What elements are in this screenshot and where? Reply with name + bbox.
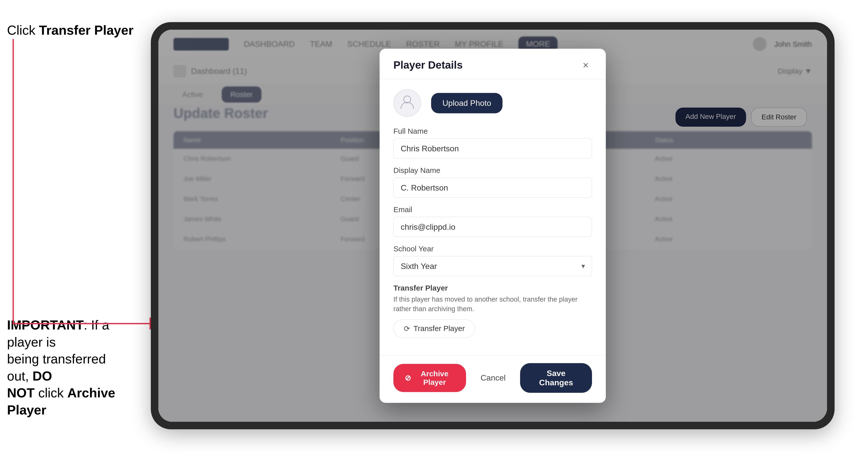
modal-body: Upload Photo Full Name Display Name Emai… — [379, 79, 606, 355]
player-details-modal: Player Details × Uplo — [379, 49, 606, 403]
instruction-top: Click Transfer Player — [7, 23, 133, 38]
instruction-top-prefix: Click — [7, 23, 39, 37]
tablet-screen: DASHBOARD TEAM SCHEDULE ROSTER MY PROFIL… — [158, 30, 827, 422]
transfer-player-label: Transfer Player — [394, 284, 592, 292]
modal-header: Player Details × — [379, 49, 606, 79]
avatar-person-icon — [400, 94, 415, 112]
full-name-input[interactable] — [394, 138, 592, 159]
email-label: Email — [394, 205, 592, 214]
tablet-device: DASHBOARD TEAM SCHEDULE ROSTER MY PROFIL… — [151, 22, 835, 429]
transfer-player-button[interactable]: ⟳ Transfer Player — [394, 319, 475, 338]
display-name-field: Display Name — [394, 166, 592, 198]
arrow-vertical-line — [12, 39, 14, 324]
school-year-field: School Year First Year Second Year Third… — [394, 245, 592, 276]
display-name-input[interactable] — [394, 178, 592, 198]
school-year-label: School Year — [394, 245, 592, 253]
archive-player-button[interactable]: ⊘ Archive Player — [394, 364, 466, 392]
school-year-select-wrapper: First Year Second Year Third Year Fourth… — [394, 256, 592, 276]
modal-footer: ⊘ Archive Player Cancel Save Changes — [379, 355, 606, 403]
full-name-label: Full Name — [394, 127, 592, 135]
upload-photo-button[interactable]: Upload Photo — [431, 93, 502, 113]
transfer-player-description: If this player has moved to another scho… — [394, 295, 592, 314]
cancel-button[interactable]: Cancel — [473, 368, 513, 388]
email-input[interactable] — [394, 217, 592, 237]
full-name-field: Full Name — [394, 127, 592, 159]
avatar-section: Upload Photo — [394, 89, 592, 117]
instruction-do-emphasis: DO — [32, 369, 52, 383]
transfer-player-section: Transfer Player If this player has moved… — [394, 284, 592, 338]
display-name-label: Display Name — [394, 166, 592, 175]
school-year-select[interactable]: First Year Second Year Third Year Fourth… — [394, 256, 592, 276]
annotation-arrow — [12, 39, 168, 356]
instruction-not-emphasis: NOT — [7, 385, 35, 400]
modal-title: Player Details — [394, 59, 463, 71]
save-changes-button[interactable]: Save Changes — [520, 363, 592, 393]
modal-close-button[interactable]: × — [580, 59, 592, 71]
transfer-button-label: Transfer Player — [413, 324, 465, 333]
instruction-bottom: IMPORTANT: If a player is being transfer… — [7, 317, 128, 419]
transfer-icon: ⟳ — [404, 324, 410, 333]
avatar-circle — [394, 89, 421, 117]
instruction-bottom-line2: being transferred out, DO — [7, 352, 106, 383]
archive-icon: ⊘ — [405, 374, 411, 382]
archive-button-label: Archive Player — [414, 369, 455, 386]
email-field-wrapper: Email — [394, 205, 592, 237]
instruction-top-emphasis: Transfer Player — [39, 23, 133, 37]
instruction-bottom-important: IMPORTANT — [7, 318, 84, 332]
